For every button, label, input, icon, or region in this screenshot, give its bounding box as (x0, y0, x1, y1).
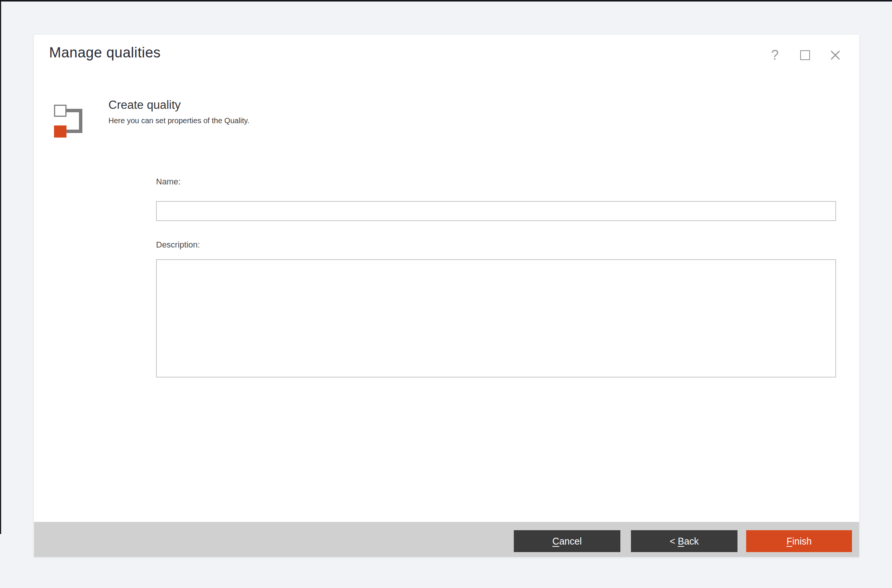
icon-connector-bracket (66, 109, 82, 133)
description-label: Description: (156, 240, 200, 250)
manage-qualities-dialog: Manage qualities ? Create quality Here y… (34, 35, 859, 557)
back-label-prefix: < (669, 536, 678, 546)
window-frame-edge-left (0, 0, 1, 534)
icon-white-square (54, 105, 66, 117)
cancel-button[interactable]: Cancel (514, 530, 620, 552)
icon-orange-square (54, 125, 66, 138)
finish-access-key: F (787, 536, 792, 546)
cancel-access-key: C (552, 536, 559, 546)
close-icon (830, 50, 841, 61)
back-button[interactable]: < Back (631, 530, 737, 552)
quality-wizard-icon (54, 105, 103, 141)
back-label-suffix: ack (684, 536, 699, 546)
close-button[interactable] (829, 48, 842, 63)
maximize-icon (800, 50, 810, 60)
cancel-label-suffix: ancel (559, 536, 582, 546)
wizard-step-subtitle: Here you can set properties of the Quali… (108, 116, 249, 125)
name-label: Name: (156, 177, 181, 187)
maximize-button[interactable] (799, 48, 812, 63)
finish-label-suffix: inish (792, 536, 812, 546)
name-input[interactable] (156, 201, 836, 221)
help-icon: ? (771, 48, 779, 62)
help-button[interactable]: ? (768, 48, 781, 63)
back-access-key: B (678, 536, 684, 546)
window-frame-edge-top (0, 0, 892, 2)
description-input[interactable] (156, 259, 836, 378)
dialog-title: Manage qualities (49, 45, 161, 61)
finish-button[interactable]: Finish (746, 530, 852, 552)
footer-bar: Cancel < Back Finish (34, 522, 859, 557)
window-controls: ? (768, 48, 842, 63)
wizard-step-title: Create quality (108, 98, 249, 112)
wizard-header: Create quality Here you can set properti… (108, 98, 249, 125)
